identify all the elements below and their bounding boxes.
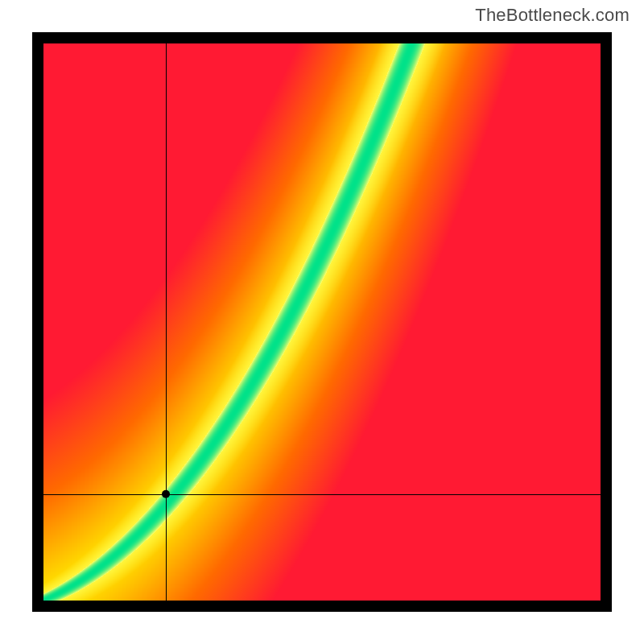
overlay-canvas — [32, 32, 612, 612]
attribution-text: TheBottleneck.com — [475, 5, 630, 26]
chart-wrapper: TheBottleneck.com — [0, 0, 644, 644]
heatmap-plot — [32, 32, 612, 612]
